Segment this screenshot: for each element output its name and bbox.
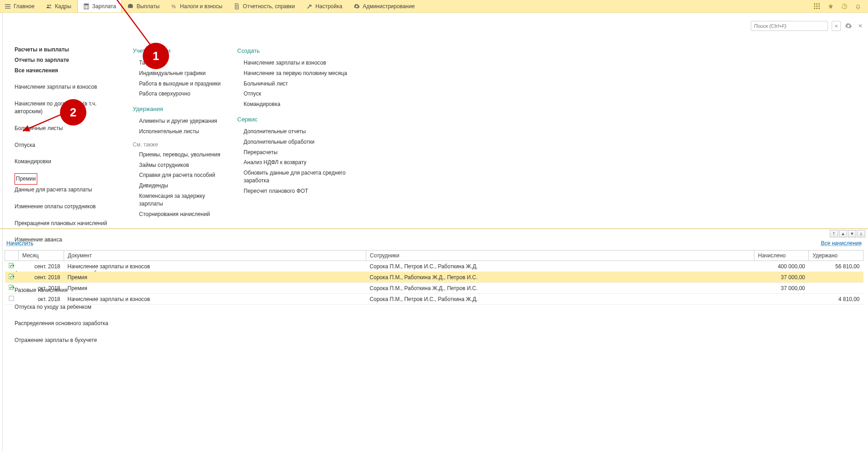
section-title-create: Создать xyxy=(237,47,355,54)
function-panel: ✕ ✕ 1 2 Расчеты и выплатыОтчеты по зарпл… xyxy=(0,13,868,229)
see-also-label: См. также xyxy=(133,141,228,148)
nav-link[interactable]: Данные для расчета зарплаты xyxy=(15,185,124,195)
nav-link[interactable]: Все начисления xyxy=(15,65,124,76)
nav-администрирование[interactable]: Администрирование xyxy=(348,0,420,12)
nav-link[interactable]: Командировка xyxy=(237,99,355,110)
column-header[interactable]: Документ xyxy=(64,251,366,261)
row-status-icon xyxy=(5,272,19,283)
nav-link[interactable]: Индивидуальные графики xyxy=(133,68,228,79)
column-header[interactable]: Начислено xyxy=(754,251,809,261)
documents-list: ⤒ ▲ ▼ ⤓ Начислить Все начисления МесяцДо… xyxy=(0,229,868,305)
nav-link[interactable]: Сторнирования начислений xyxy=(133,209,228,220)
column-header[interactable] xyxy=(5,251,19,261)
nav-link[interactable]: Премии xyxy=(15,173,37,185)
nav-link[interactable]: Алименты и другие удержания xyxy=(133,116,228,126)
row-status-icon xyxy=(5,283,19,294)
nav-label: Налоги и взносы xyxy=(180,3,222,10)
nav-link[interactable]: Прекращения плановых начислений xyxy=(15,218,124,229)
row-status-icon xyxy=(5,261,19,272)
apps-icon[interactable] xyxy=(813,3,821,10)
nav-link[interactable]: Начисление за первую половину месяца xyxy=(237,68,355,79)
scroll-bottom-button[interactable]: ⤓ xyxy=(857,230,865,237)
nav-link[interactable]: Отпуск xyxy=(237,89,355,99)
cell-document: Премия xyxy=(64,283,366,294)
cell-employees: Сорока П.М., Петров И.С., Работкина Ж.Д. xyxy=(366,294,754,305)
cell-month: окт. 2018 xyxy=(19,294,64,305)
users-icon xyxy=(46,3,52,10)
svg-rect-12 xyxy=(818,5,820,7)
nav-label: Зарплата xyxy=(92,3,116,10)
nav-column-create: Создать Начисление зарплаты и взносовНач… xyxy=(237,45,355,352)
nav-link[interactable]: Дополнительные отчеты xyxy=(237,126,355,137)
nav-link[interactable]: Отпуска xyxy=(15,140,124,151)
nav-link[interactable]: Отражение зарплаты в бухучете xyxy=(15,335,124,346)
history-icon[interactable] xyxy=(841,3,848,10)
nav-link[interactable]: Справки для расчета пособий xyxy=(133,170,228,181)
star-icon[interactable] xyxy=(827,3,834,10)
scroll-top-button[interactable]: ⤒ xyxy=(830,230,838,237)
nav-выплаты[interactable]: Выплаты xyxy=(122,0,165,12)
table-row[interactable]: окт. 2018ПремияСорока П.М., Работкина Ж.… xyxy=(5,283,863,294)
nav-link[interactable]: Изменение оплаты сотрудников xyxy=(15,201,124,212)
nav-зарплата[interactable]: Зарплата xyxy=(77,0,122,12)
nav-link[interactable]: Начисление зарплаты и взносов xyxy=(15,82,124,92)
nav-link[interactable]: Пересчет планового ФОТ xyxy=(237,186,355,196)
cell-month: окт. 2018 xyxy=(19,283,64,294)
bell-icon[interactable] xyxy=(854,3,862,10)
svg-text:%: % xyxy=(171,3,175,9)
nav-link[interactable]: Больничный лист xyxy=(237,79,355,89)
nav-link[interactable]: Обновить данные для расчета среднего зар… xyxy=(237,168,355,186)
nav-link[interactable]: Работа в выходные и праздники xyxy=(133,79,228,89)
cell-document: Начисление зарплаты и взносов xyxy=(64,261,366,272)
accrue-link[interactable]: Начислить xyxy=(6,240,33,246)
nav-link[interactable]: Распределения основного заработка xyxy=(15,318,124,329)
table-row[interactable]: сент. 2018Начисление зарплаты и взносовС… xyxy=(5,261,863,272)
table-row[interactable]: сент. 2018ПремияСорока П.М., Работкина Ж… xyxy=(5,272,863,283)
annotation-badge-1: 1 xyxy=(143,43,169,69)
cell-accrued: 37 000,00 xyxy=(754,272,809,283)
nav-link[interactable]: Начисление зарплаты и взносов xyxy=(237,58,355,68)
nav-link[interactable]: Дивиденды xyxy=(133,181,228,191)
column-header[interactable]: Месяц xyxy=(19,251,64,261)
calc-icon xyxy=(83,3,90,10)
cell-deducted xyxy=(809,283,863,294)
nav-link[interactable]: Исполнительные листы xyxy=(133,126,228,137)
scroll-up-button[interactable]: ▲ xyxy=(839,230,847,237)
scroll-down-button[interactable]: ▼ xyxy=(848,230,856,237)
cell-accrued: 37 000,00 xyxy=(754,283,809,294)
nav-link[interactable]: Займы сотрудников xyxy=(133,160,228,171)
nav-column-main: Расчеты и выплатыОтчеты по зарплатеВсе н… xyxy=(15,45,124,352)
nav-link[interactable]: Расчеты и выплаты xyxy=(15,45,124,55)
nav-link[interactable]: Анализ НДФЛ к возврату xyxy=(237,157,355,168)
nav-кадры[interactable]: Кадры xyxy=(40,0,77,12)
all-accruals-link[interactable]: Все начисления xyxy=(821,240,862,246)
nav-label: Выплаты xyxy=(136,3,160,10)
svg-point-5 xyxy=(87,8,88,9)
nav-link[interactable]: Компенсация за задержку зарплаты xyxy=(133,191,228,209)
nav-link[interactable]: Работа сверхурочно xyxy=(133,89,228,99)
nav-link[interactable]: Командировки xyxy=(15,156,124,167)
svg-rect-9 xyxy=(818,3,820,5)
top-navigation: ГлавноеКадрыЗарплатаВыплаты%Налоги и взн… xyxy=(0,0,868,13)
column-header[interactable]: Удержано xyxy=(809,251,863,261)
column-header[interactable]: Сотрудники xyxy=(366,251,754,261)
svg-rect-11 xyxy=(816,5,818,7)
nav-column-time: Учет времени ТабелиИндивидуальные график… xyxy=(133,45,228,352)
svg-point-3 xyxy=(87,6,88,7)
topbar-right-icons xyxy=(813,0,868,12)
nav-главное[interactable]: Главное xyxy=(0,0,40,12)
nav-link[interactable]: Дополнительные обработки xyxy=(237,137,355,147)
table-row[interactable]: окт. 2018Начисление зарплаты и взносовСо… xyxy=(5,294,863,305)
section-title-service: Сервис xyxy=(237,116,355,123)
nav-link[interactable]: Приемы, переводы, увольнения xyxy=(133,150,228,160)
nav-label: Отчетность, справки xyxy=(243,3,295,10)
nav-налоги и взносы[interactable]: %Налоги и взносы xyxy=(165,0,228,12)
svg-rect-10 xyxy=(814,5,815,7)
nav-настройка[interactable]: Настройка xyxy=(301,0,348,12)
nav-link[interactable]: Перерасчеты xyxy=(237,147,355,158)
doc-icon xyxy=(234,3,240,10)
svg-point-4 xyxy=(85,8,86,9)
cell-deducted xyxy=(809,272,863,283)
nav-link[interactable]: Отчеты по зарплате xyxy=(15,55,124,65)
nav-отчетность, справки[interactable]: Отчетность, справки xyxy=(228,0,301,12)
